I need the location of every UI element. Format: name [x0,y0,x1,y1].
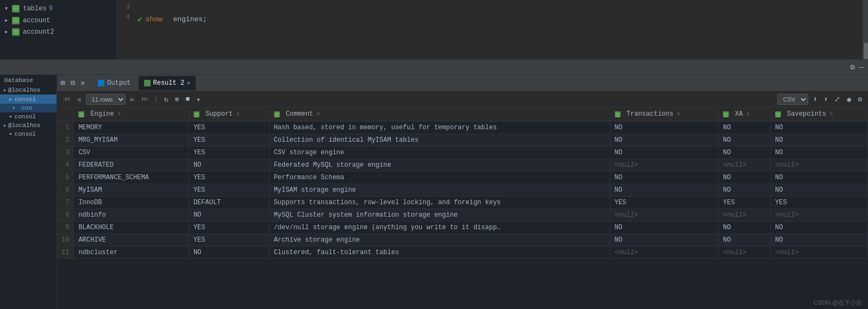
cell-transactions: NO [610,222,719,234]
col-support[interactable]: Support ⇅ [189,108,269,121]
sidebar-localhost-1[interactable]: ▸ @localhos [0,86,57,94]
cell-support: NO [189,159,269,172]
sidebar-bottom: Database ▸ @localhos ▸ consol ▪ con ▪ co… [0,75,57,309]
cell-xa: NO [719,147,771,159]
row-num: 5 [57,172,74,184]
table-row[interactable]: 9BLACKHOLEYES/dev/null storage engine (a… [57,222,868,234]
minus-icon[interactable]: — [859,63,864,72]
support-col-label: Support [205,110,233,118]
row-num: 8 [57,209,74,222]
localhost2-arrow: ▸ [3,122,7,129]
gear-icon[interactable]: ⚙ [850,62,854,72]
account-table-icon [12,17,20,24]
cell-engine: PERFORMANCE_SCHEMA [74,172,189,184]
eye-btn[interactable]: ◉ [845,94,853,105]
table-row[interactable]: 8ndbinfoNOMySQL Cluster system informati… [57,209,868,222]
sidebar-item-account[interactable]: ▸ account [0,15,116,26]
cell-transactions: NO [610,147,719,159]
table-row[interactable]: 5PERFORMANCE_SCHEMAYESPerformance Schema… [57,172,868,184]
data-table-container[interactable]: Engine ⇅ Support ⇅ [57,108,868,309]
stop-btn[interactable]: ■ [184,94,192,104]
result-toolbar-right: CSV ⬇ ⬆ ⤢ ◉ ⚙ [777,94,864,105]
sidebar-consol-1[interactable]: ▸ consol [0,94,57,104]
cell-xa: NO [719,222,771,234]
editor-line-3 [138,2,858,14]
sidebar-consol-2[interactable]: ▪ consol [0,112,57,121]
cell-support: NO [189,209,269,222]
sidebar-localhost-2[interactable]: ▸ @localhos [0,121,57,130]
savepoints-sort[interactable]: ⇅ [830,111,833,117]
xa-col-label: XA [735,110,742,118]
cell-xa: NO [719,172,771,184]
watermark: CSDN @在下小吉. [814,299,864,307]
table-settings-btn[interactable]: ⚙ [856,94,864,105]
tab-more-icon[interactable]: » [79,78,86,89]
result2-tab-label: Result 2 [153,79,185,87]
rows-selector[interactable]: 11 rows [86,94,126,105]
result-toolbar: ⏮ ◀ 11 rows ▶ ⏭ | ↻ ⊕ ■ ✦ CSV ⬇ ⬆ ⤢ ◉ ⚙ [57,91,868,108]
support-sort[interactable]: ⇅ [236,111,240,117]
refresh-btn[interactable]: ↻ [163,94,170,105]
table-row[interactable]: 1MEMORYYESHash based, stored in memory, … [57,121,868,134]
col-comment[interactable]: Comment ⇅ [269,108,610,121]
cell-engine: MEMORY [74,121,189,134]
sidebar-con-sub[interactable]: ▪ con [0,104,57,112]
cell-engine: InnoDB [74,197,189,209]
consol1-icon: ▸ [9,96,13,103]
cell-support: NO [189,247,269,259]
cell-support: YES [189,147,269,159]
expand-btn[interactable]: ⤢ [833,94,842,105]
col-xa[interactable]: XA ⇅ [719,108,771,121]
next-page-btn[interactable]: ▶ [129,94,136,105]
comment-sort[interactable]: ⇅ [317,111,320,117]
consol3-label: consol [15,131,36,137]
engine-col-icon [78,111,84,117]
account-label: account [23,17,50,24]
cell-xa: NO [719,184,771,197]
prev-page-btn[interactable]: ◀ [75,94,83,105]
download-btn[interactable]: ⬇ [811,94,819,105]
cell-savepoints: <null> [771,209,868,222]
pin-btn[interactable]: ✦ [195,94,202,105]
csv-selector[interactable]: CSV [777,94,808,105]
editor-scrollbar[interactable] [863,0,868,59]
account2-label: account2 [23,28,54,36]
tab-grid-icon[interactable]: ⊟ [69,77,76,89]
tab-output[interactable]: Output [92,76,136,90]
editor-content[interactable]: ✔ show engines; [133,0,863,59]
row-num: 11 [57,247,74,259]
tab-layout-icon[interactable]: ⊞ [59,77,66,89]
cell-comment: Performance Schema [269,172,610,184]
transactions-sort[interactable]: ⇅ [677,111,680,117]
result2-tab-close[interactable]: ✕ [187,80,190,86]
engine-sort[interactable]: ⇅ [118,111,121,117]
table-row[interactable]: 4FEDERATEDNOFederated MySQL storage engi… [57,159,868,172]
table-row[interactable]: 3CSVYESCSV storage engineNONONO [57,147,868,159]
cell-engine: ndbcluster [74,247,189,259]
cell-engine: ndbinfo [74,209,189,222]
cell-engine: CSV [74,147,189,159]
upload-btn[interactable]: ⬆ [822,94,830,105]
row-num: 2 [57,134,74,147]
col-transactions[interactable]: Transactions ⇅ [610,108,719,121]
table-row[interactable]: 2MRG_MYISAMYESCollection of identical My… [57,134,868,147]
tables-arrow[interactable]: ▾ [4,4,8,12]
col-savepoints[interactable]: Savepoints ⇅ [771,108,868,121]
cell-engine: MRG_MYISAM [74,134,189,147]
cell-comment: MyISAM storage engine [269,184,610,197]
sidebar-item-account2[interactable]: ▸ account2 [0,26,116,37]
first-page-btn[interactable]: ⏮ [61,94,72,104]
transactions-col-icon [615,111,621,117]
col-engine[interactable]: Engine ⇅ [74,108,189,121]
last-page-btn[interactable]: ⏭ [140,94,150,104]
line-numbers: 3 4 [117,0,133,59]
xa-sort[interactable]: ⇅ [747,111,750,117]
cell-xa: YES [719,197,771,209]
tab-result2[interactable]: Result 2 ✕ [139,76,196,90]
table-row[interactable]: 10ARCHIVEYESArchive storage engineNONONO [57,234,868,247]
table-row[interactable]: 7InnoDBDEFAULTSupports transactions, row… [57,197,868,209]
search-btn[interactable]: ⊕ [173,94,181,105]
sidebar-consol-3[interactable]: ▪ consol [0,130,57,138]
table-row[interactable]: 11ndbclusterNOClustered, fault-tolerant … [57,247,868,259]
table-row[interactable]: 6MyISAMYESMyISAM storage engineNONONO [57,184,868,197]
